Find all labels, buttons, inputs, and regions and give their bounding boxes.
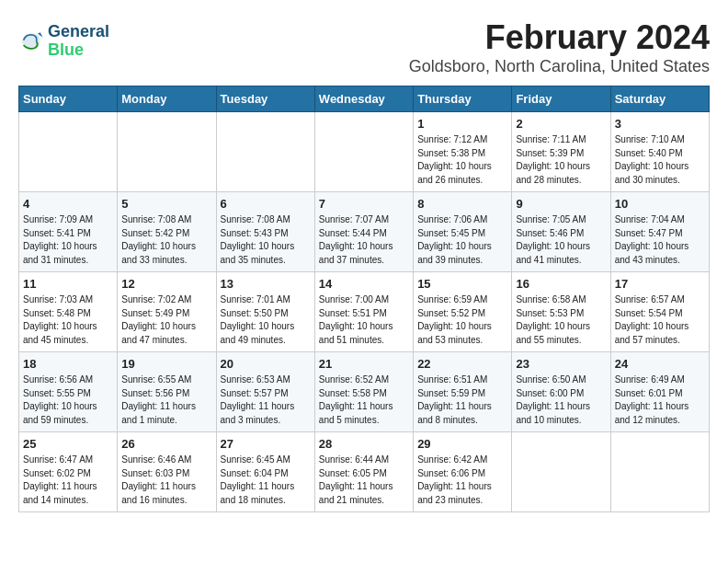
day-info: Sunrise: 6:59 AM Sunset: 5:52 PM Dayligh… <box>417 293 507 347</box>
day-number: 22 <box>417 357 507 371</box>
col-thursday: Thursday <box>414 86 512 112</box>
page-subtitle: Goldsboro, North Carolina, United States <box>18 57 710 76</box>
day-number: 13 <box>221 277 311 291</box>
day-number: 29 <box>417 437 507 451</box>
table-row: 20Sunrise: 6:53 AM Sunset: 5:57 PM Dayli… <box>216 352 314 432</box>
calendar-week-row: 25Sunrise: 6:47 AM Sunset: 6:02 PM Dayli… <box>19 432 710 512</box>
day-number: 23 <box>516 357 606 371</box>
day-info: Sunrise: 7:11 AM Sunset: 5:39 PM Dayligh… <box>516 133 606 187</box>
day-info: Sunrise: 6:50 AM Sunset: 6:00 PM Dayligh… <box>516 373 606 427</box>
table-row: 28Sunrise: 6:44 AM Sunset: 6:05 PM Dayli… <box>314 432 413 512</box>
day-info: Sunrise: 7:01 AM Sunset: 5:50 PM Dayligh… <box>221 293 311 347</box>
day-info: Sunrise: 7:08 AM Sunset: 5:42 PM Dayligh… <box>121 213 211 267</box>
logo-line1: General <box>48 23 109 41</box>
day-info: Sunrise: 7:06 AM Sunset: 5:45 PM Dayligh… <box>417 213 507 267</box>
day-info: Sunrise: 7:12 AM Sunset: 5:38 PM Dayligh… <box>417 133 507 187</box>
table-row <box>314 112 413 192</box>
day-number: 16 <box>516 277 606 291</box>
table-row: 10Sunrise: 7:04 AM Sunset: 5:47 PM Dayli… <box>610 192 709 272</box>
day-number: 3 <box>615 117 705 131</box>
table-row: 27Sunrise: 6:45 AM Sunset: 6:04 PM Dayli… <box>216 432 314 512</box>
table-row: 8Sunrise: 7:06 AM Sunset: 5:45 PM Daylig… <box>414 192 512 272</box>
day-number: 2 <box>516 117 606 131</box>
page-header: General Blue February 2024 Goldsboro, No… <box>18 18 710 86</box>
day-info: Sunrise: 7:04 AM Sunset: 5:47 PM Dayligh… <box>615 213 705 267</box>
day-number: 9 <box>516 197 606 211</box>
table-row <box>512 432 610 512</box>
day-number: 27 <box>221 437 311 451</box>
day-info: Sunrise: 7:00 AM Sunset: 5:51 PM Dayligh… <box>319 293 409 347</box>
table-row <box>118 112 216 192</box>
logo: General Blue <box>18 23 109 60</box>
table-row: 2Sunrise: 7:11 AM Sunset: 5:39 PM Daylig… <box>512 112 610 192</box>
table-row: 7Sunrise: 7:07 AM Sunset: 5:44 PM Daylig… <box>314 192 413 272</box>
day-number: 12 <box>121 277 211 291</box>
table-row: 12Sunrise: 7:02 AM Sunset: 5:49 PM Dayli… <box>118 272 216 352</box>
title-block: February 2024 Goldsboro, North Carolina,… <box>18 18 710 76</box>
table-row: 1Sunrise: 7:12 AM Sunset: 5:38 PM Daylig… <box>414 112 512 192</box>
day-info: Sunrise: 7:09 AM Sunset: 5:41 PM Dayligh… <box>23 213 113 267</box>
logo-icon <box>18 29 44 54</box>
day-number: 6 <box>221 197 311 211</box>
day-number: 26 <box>121 437 211 451</box>
table-row: 13Sunrise: 7:01 AM Sunset: 5:50 PM Dayli… <box>216 272 314 352</box>
page-title: February 2024 <box>18 18 710 57</box>
day-number: 20 <box>221 357 311 371</box>
table-row: 9Sunrise: 7:05 AM Sunset: 5:46 PM Daylig… <box>512 192 610 272</box>
table-row: 14Sunrise: 7:00 AM Sunset: 5:51 PM Dayli… <box>314 272 413 352</box>
day-number: 19 <box>121 357 211 371</box>
calendar-week-row: 18Sunrise: 6:56 AM Sunset: 5:55 PM Dayli… <box>19 352 710 432</box>
col-friday: Friday <box>512 86 610 112</box>
table-row: 26Sunrise: 6:46 AM Sunset: 6:03 PM Dayli… <box>118 432 216 512</box>
day-info: Sunrise: 6:53 AM Sunset: 5:57 PM Dayligh… <box>221 373 311 427</box>
table-row: 24Sunrise: 6:49 AM Sunset: 6:01 PM Dayli… <box>610 352 709 432</box>
table-row: 15Sunrise: 6:59 AM Sunset: 5:52 PM Dayli… <box>414 272 512 352</box>
day-info: Sunrise: 6:42 AM Sunset: 6:06 PM Dayligh… <box>417 454 507 507</box>
day-info: Sunrise: 6:49 AM Sunset: 6:01 PM Dayligh… <box>615 373 705 427</box>
day-number: 4 <box>23 197 113 211</box>
col-saturday: Saturday <box>610 86 709 112</box>
table-row: 17Sunrise: 6:57 AM Sunset: 5:54 PM Dayli… <box>610 272 709 352</box>
day-info: Sunrise: 6:56 AM Sunset: 5:55 PM Dayligh… <box>23 373 113 427</box>
day-info: Sunrise: 6:52 AM Sunset: 5:58 PM Dayligh… <box>319 373 409 427</box>
day-info: Sunrise: 6:46 AM Sunset: 6:03 PM Dayligh… <box>121 454 211 507</box>
day-number: 8 <box>417 197 507 211</box>
table-row: 21Sunrise: 6:52 AM Sunset: 5:58 PM Dayli… <box>314 352 413 432</box>
table-row: 11Sunrise: 7:03 AM Sunset: 5:48 PM Dayli… <box>19 272 118 352</box>
table-row: 19Sunrise: 6:55 AM Sunset: 5:56 PM Dayli… <box>118 352 216 432</box>
calendar-week-row: 1Sunrise: 7:12 AM Sunset: 5:38 PM Daylig… <box>19 112 710 192</box>
table-row: 22Sunrise: 6:51 AM Sunset: 5:59 PM Dayli… <box>414 352 512 432</box>
table-row: 18Sunrise: 6:56 AM Sunset: 5:55 PM Dayli… <box>19 352 118 432</box>
day-info: Sunrise: 6:45 AM Sunset: 6:04 PM Dayligh… <box>221 454 311 507</box>
table-row <box>610 432 709 512</box>
day-info: Sunrise: 7:03 AM Sunset: 5:48 PM Dayligh… <box>23 293 113 347</box>
table-row: 16Sunrise: 6:58 AM Sunset: 5:53 PM Dayli… <box>512 272 610 352</box>
calendar-table: Sunday Monday Tuesday Wednesday Thursday… <box>18 86 710 512</box>
day-info: Sunrise: 7:10 AM Sunset: 5:40 PM Dayligh… <box>615 133 705 187</box>
day-number: 17 <box>615 277 705 291</box>
logo-line2: Blue <box>48 41 109 60</box>
col-monday: Monday <box>118 86 216 112</box>
day-number: 21 <box>319 357 409 371</box>
logo-text: General Blue <box>48 23 109 60</box>
table-row: 23Sunrise: 6:50 AM Sunset: 6:00 PM Dayli… <box>512 352 610 432</box>
day-number: 24 <box>615 357 705 371</box>
col-sunday: Sunday <box>19 86 118 112</box>
day-number: 10 <box>615 197 705 211</box>
day-info: Sunrise: 7:02 AM Sunset: 5:49 PM Dayligh… <box>121 293 211 347</box>
table-row: 6Sunrise: 7:08 AM Sunset: 5:43 PM Daylig… <box>216 192 314 272</box>
day-info: Sunrise: 6:55 AM Sunset: 5:56 PM Dayligh… <box>121 373 211 427</box>
day-info: Sunrise: 7:08 AM Sunset: 5:43 PM Dayligh… <box>221 213 311 267</box>
day-number: 14 <box>319 277 409 291</box>
calendar-week-row: 11Sunrise: 7:03 AM Sunset: 5:48 PM Dayli… <box>19 272 710 352</box>
day-number: 18 <box>23 357 113 371</box>
calendar-week-row: 4Sunrise: 7:09 AM Sunset: 5:41 PM Daylig… <box>19 192 710 272</box>
day-info: Sunrise: 6:58 AM Sunset: 5:53 PM Dayligh… <box>516 293 606 347</box>
day-info: Sunrise: 7:07 AM Sunset: 5:44 PM Dayligh… <box>319 213 409 267</box>
day-info: Sunrise: 6:57 AM Sunset: 5:54 PM Dayligh… <box>615 293 705 347</box>
table-row: 25Sunrise: 6:47 AM Sunset: 6:02 PM Dayli… <box>19 432 118 512</box>
table-row: 5Sunrise: 7:08 AM Sunset: 5:42 PM Daylig… <box>118 192 216 272</box>
table-row <box>19 112 118 192</box>
day-info: Sunrise: 6:51 AM Sunset: 5:59 PM Dayligh… <box>417 373 507 427</box>
table-row: 4Sunrise: 7:09 AM Sunset: 5:41 PM Daylig… <box>19 192 118 272</box>
